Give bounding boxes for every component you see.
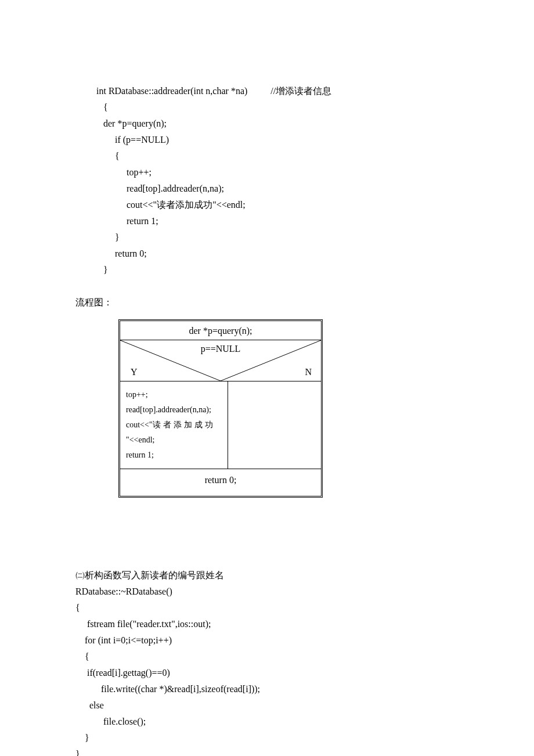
flowchart-label: 流程图： bbox=[75, 294, 459, 310]
code-line: { bbox=[75, 651, 89, 661]
flow-step: return 1; bbox=[126, 448, 223, 463]
flowchart-addreader: der *p=query(n); p==NULL Y N top++; read… bbox=[118, 319, 323, 497]
flow-step: cout<<"读者添加成功 bbox=[126, 417, 223, 433]
code-line: else bbox=[75, 700, 104, 710]
code-line: RDatabase::~RDatabase() bbox=[75, 586, 172, 596]
flow-step: read[top].addreader(n,na); bbox=[126, 402, 223, 417]
flow-branches: top++; read[top].addreader(n,na); cout<<… bbox=[120, 381, 321, 469]
flow-return: return 0; bbox=[120, 469, 321, 496]
flow-step: top++; bbox=[126, 387, 223, 402]
flow-condition: p==NULL bbox=[120, 344, 321, 354]
code-line: } bbox=[75, 749, 80, 756]
flow-no-branch bbox=[228, 381, 321, 468]
code-line: top++; bbox=[94, 167, 151, 177]
code-line: if (p==NULL) bbox=[94, 135, 169, 145]
flow-step: "<<endl; bbox=[126, 433, 223, 448]
code-line: { bbox=[94, 151, 120, 161]
code-line: der *p=query(n); bbox=[94, 118, 167, 128]
flow-decision: p==NULL Y N bbox=[120, 340, 321, 381]
code-line: int RDatabase::addreader(int n,char *na)… bbox=[94, 86, 331, 96]
code-line: { bbox=[75, 603, 80, 613]
flow-yes-branch: top++; read[top].addreader(n,na); cout<<… bbox=[120, 381, 228, 468]
code-line: } bbox=[75, 733, 89, 743]
flow-no-label: N bbox=[305, 367, 312, 377]
code-line: return 1; bbox=[94, 216, 158, 226]
code-line: fstream file("reader.txt",ios::out); bbox=[75, 619, 211, 629]
section-title: ㈡析构函数写入新读者的编号跟姓名 bbox=[75, 570, 224, 580]
code-line: { bbox=[94, 102, 108, 112]
document-page: int RDatabase::addreader(int n,char *na)… bbox=[0, 0, 534, 756]
code-line: for (int i=0;i<=top;i++) bbox=[75, 635, 172, 645]
code-block-addreader: int RDatabase::addreader(int n,char *na)… bbox=[94, 67, 459, 278]
code-line: } bbox=[94, 232, 120, 242]
code-line: cout<<"读者添加成功"<<endl; bbox=[94, 200, 246, 210]
code-line: read[top].addreader(n,na); bbox=[94, 183, 224, 193]
code-block-destructor: ㈡析构函数写入新读者的编号跟姓名 RDatabase::~RDatabase()… bbox=[75, 551, 459, 756]
code-line: } bbox=[94, 265, 108, 275]
code-line: if(read[i].gettag()==0) bbox=[75, 668, 170, 678]
code-line: file.close(); bbox=[75, 717, 146, 726]
code-line: file.write((char *)&read[i],sizeof(read[… bbox=[75, 684, 260, 694]
flow-init: der *p=query(n); bbox=[120, 321, 321, 340]
code-line: return 0; bbox=[94, 249, 147, 258]
flow-yes-label: Y bbox=[131, 367, 138, 377]
